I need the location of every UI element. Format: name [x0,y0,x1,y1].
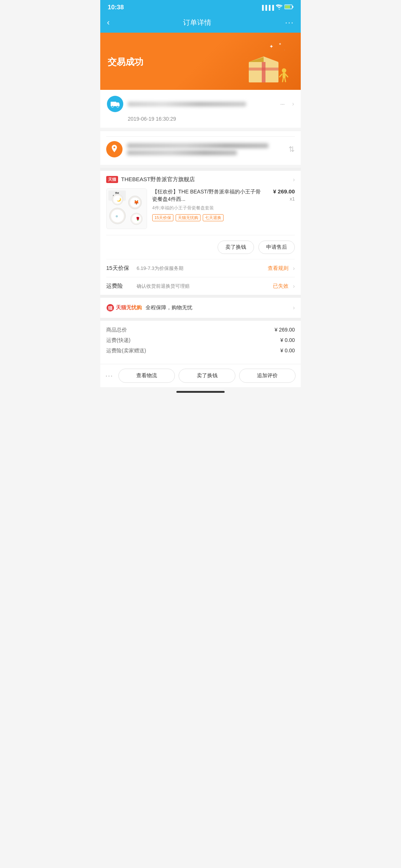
shop-header[interactable]: 天猫 THEBEAST野兽派官方旗舰店 › [106,176,295,183]
location-section: ⇅ [100,131,301,165]
tag-seven-day-return: 七天退换 [203,214,224,221]
shipping-insurance-line: 运费险(卖家赠送) ¥ 0.00 [106,347,295,354]
status-bar: 10:38 ▐▐▐▐ [100,0,301,14]
shipping-insurance-row[interactable]: 运费险 确认收货前退换货可理赔 已失效 › [106,277,295,295]
tracking-dots: ··· [280,101,285,107]
svg-text:🌹: 🌹 [136,216,140,221]
add-review-button[interactable]: 追加评价 [239,369,296,383]
price-protection-desc: 6.19-7.3为价保服务期 [137,265,263,272]
bottom-bar: ··· 查看物流 卖了换钱 追加评价 [100,364,301,387]
svg-line-15 [286,74,288,77]
svg-rect-18 [111,102,116,106]
product-total-value: ¥ 269.00 [275,327,295,333]
signal-icon: ▐▐▐▐ [260,5,274,10]
product-total-label: 商品总价 [106,327,127,333]
svg-rect-2 [285,6,290,9]
tracking-row: ··· › [107,96,294,112]
status-time: 10:38 [108,4,124,11]
svg-rect-10 [262,62,265,82]
bottom-more-icon[interactable]: ··· [105,372,113,380]
success-text: 交易成功 [108,56,143,68]
tmall-badge: 天猫 [106,176,118,183]
product-title: 【狂欢价】THE BEAST/野兽派幸福的小王子骨瓷餐盘4件西... [152,188,262,203]
shipping-line: 运费(快递) ¥ 0.00 [106,337,295,344]
price-protection-label: 15天价保 [106,265,132,272]
status-icons: ▐▐▐▐ [260,4,293,11]
shop-name: THEBEAST野兽派官方旗舰店 [121,176,195,183]
tracking-info [128,100,276,108]
worry-free-brand: 天猫无忧购 [116,304,142,311]
product-tags: 15天价保 天猫无忧购 七天退换 [152,214,295,221]
success-illustration: ✦ ✦ · [241,42,293,82]
svg-point-20 [112,106,114,108]
nav-bar: ‹ 订单详情 ··· [100,14,301,33]
location-info [127,142,284,156]
svg-marker-8 [264,56,278,62]
view-logistics-button[interactable]: 查看物流 [118,369,175,383]
shop-arrow: › [293,176,295,183]
product-image[interactable]: the beast PETITE 🦊 🌙 🌹 [106,188,147,229]
worry-free-desc: 全程保障，购物无忧 [146,304,289,311]
apply-after-sale-button[interactable]: 申请售后 [258,241,295,254]
svg-line-17 [285,78,286,82]
product-price: ¥ 269.00 [265,188,295,195]
truck-icon-circle [107,96,123,112]
svg-text:·: · [284,48,285,52]
svg-rect-13 [283,73,286,78]
worry-free-arrow: › [293,304,295,311]
home-bar [176,391,225,393]
svg-line-14 [280,74,282,77]
location-row: ⇅ [106,136,295,159]
svg-text:the: the [115,192,119,194]
wifi-icon [276,4,283,11]
back-button[interactable]: ‹ [107,18,110,27]
home-indicator [100,387,301,395]
product-quantity: x1 [265,196,295,202]
product-action-buttons: 卖了换钱 申请售后 [106,235,295,259]
price-protection-row[interactable]: 15天价保 6.19-7.3为价保服务期 查看规则 › [106,259,295,277]
shipping-insurance-status: 已失效 [273,283,288,290]
shipping-insurance-desc: 确认收货前退换货可理赔 [137,283,268,290]
shipping-insurance-arrow: › [293,283,295,290]
price-protection-arrow: › [293,265,295,272]
tag-worry-free: 天猫无忧购 [176,214,200,221]
svg-point-29 [116,215,118,218]
tracking-date: 2019-06-19 16:30:29 [128,116,294,122]
svg-rect-1 [293,6,294,8]
product-row: the beast PETITE 🦊 🌙 🌹 [106,188,295,235]
sort-icon: ⇅ [288,145,295,154]
worry-free-row[interactable]: 猫 天猫无忧购 全程保障，购物无忧 › [100,295,301,321]
shipping-label: 运费(快递) [106,337,130,344]
svg-text:✦: ✦ [269,43,274,49]
location-icon-circle [106,141,123,157]
sell-for-money-button[interactable]: 卖了换钱 [218,241,254,254]
svg-point-21 [117,106,119,108]
shipping-insurance-price-value: ¥ 0.00 [280,347,295,354]
svg-text:🦊: 🦊 [134,200,139,205]
tag-price-protection: 15天价保 [152,214,173,221]
section-divider [100,168,301,171]
svg-text:✦: ✦ [278,42,281,46]
more-button[interactable]: ··· [285,18,294,27]
page-title: 订单详情 [183,18,211,27]
tracking-section: ··· › 2019-06-19 16:30:29 [100,90,301,128]
svg-line-16 [283,78,283,82]
battery-icon [284,4,293,10]
shipping-insurance-label: 运费险 [106,283,132,290]
shipping-insurance-price-label: 运费险(卖家赠送) [106,347,146,354]
tracking-arrow[interactable]: › [292,101,294,107]
success-banner: 交易成功 ✦ ✦ · [100,33,301,90]
svg-text:🌙: 🌙 [117,197,121,202]
worry-free-logo: 猫 天猫无忧购 [106,304,142,312]
product-spec: 4件;幸福的小王子骨瓷餐盘套装 [152,205,295,211]
bottom-sell-for-money-button[interactable]: 卖了换钱 [179,369,235,383]
svg-point-12 [282,68,286,73]
price-summary: 商品总价 ¥ 269.00 运费(快递) ¥ 0.00 运费险(卖家赠送) ¥ … [100,321,301,364]
svg-rect-11 [249,68,278,71]
product-total-line: 商品总价 ¥ 269.00 [106,327,295,333]
shipping-value: ¥ 0.00 [280,337,295,344]
svg-text:猫: 猫 [108,306,113,311]
shop-section: 天猫 THEBEAST野兽派官方旗舰店 › the beast PETITE [100,171,301,295]
product-price-col: ¥ 269.00 x1 [265,188,295,202]
price-protection-link[interactable]: 查看规则 [268,265,288,272]
